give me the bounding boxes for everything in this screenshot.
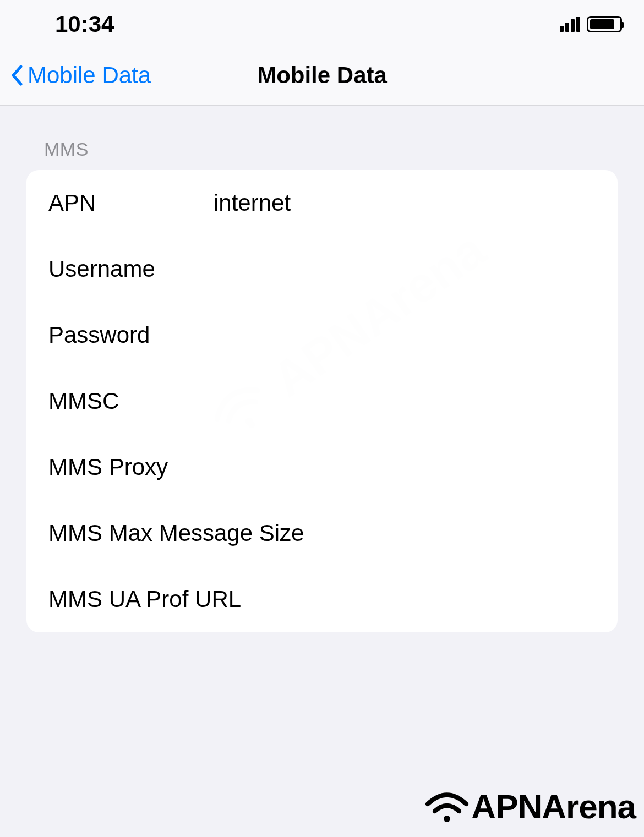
settings-group-mms: APN Username Password MMSC MMS Proxy MMS… <box>26 170 618 632</box>
wifi-icon <box>425 790 469 823</box>
back-button[interactable]: Mobile Data <box>11 62 151 89</box>
password-field[interactable] <box>214 322 618 348</box>
back-label: Mobile Data <box>28 62 151 89</box>
label-mms-ua-prof: MMS UA Prof URL <box>48 586 241 612</box>
page-title: Mobile Data <box>257 62 387 89</box>
row-mms-ua-prof[interactable]: MMS UA Prof URL <box>26 566 618 632</box>
watermark-text: APNArena <box>471 787 636 826</box>
row-username[interactable]: Username <box>26 236 618 302</box>
status-bar: 10:34 <box>0 0 644 43</box>
label-password: Password <box>48 322 214 348</box>
content-area: MMS APN Username Password MMSC MMS Proxy… <box>0 106 644 632</box>
svg-point-1 <box>444 816 450 822</box>
row-password[interactable]: Password <box>26 302 618 368</box>
battery-icon <box>587 16 622 32</box>
row-mms-proxy[interactable]: MMS Proxy <box>26 434 618 500</box>
row-apn[interactable]: APN <box>26 170 618 236</box>
label-mmsc: MMSC <box>48 388 214 414</box>
mms-max-size-field[interactable] <box>304 520 618 546</box>
row-mmsc[interactable]: MMSC <box>26 368 618 434</box>
section-header-mms: MMS <box>44 139 618 160</box>
mmsc-field[interactable] <box>214 388 618 414</box>
status-indicators <box>560 16 622 32</box>
username-field[interactable] <box>214 256 618 282</box>
label-username: Username <box>48 256 214 282</box>
mms-proxy-field[interactable] <box>214 454 618 480</box>
navigation-bar: Mobile Data Mobile Data <box>0 43 644 106</box>
label-mms-max-size: MMS Max Message Size <box>48 520 304 546</box>
status-time: 10:34 <box>55 11 114 37</box>
apn-field[interactable] <box>214 190 618 216</box>
mms-ua-prof-field[interactable] <box>241 586 618 612</box>
watermark-footer: APNArena <box>425 787 636 826</box>
row-mms-max-size[interactable]: MMS Max Message Size <box>26 500 618 566</box>
cellular-signal-icon <box>560 17 580 32</box>
label-apn: APN <box>48 190 214 216</box>
label-mms-proxy: MMS Proxy <box>48 454 214 480</box>
chevron-left-icon <box>11 65 23 86</box>
